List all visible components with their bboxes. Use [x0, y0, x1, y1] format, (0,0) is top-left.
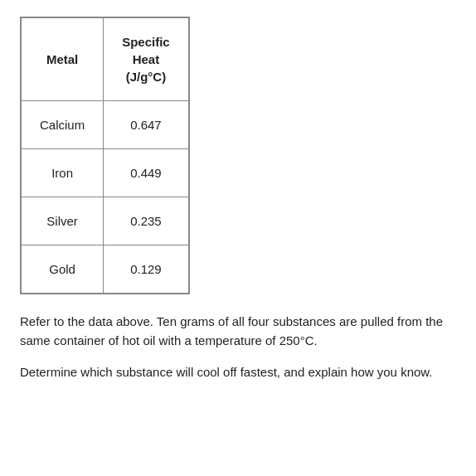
cell-heat: 0.129 — [104, 245, 189, 294]
table-wrapper: Metal Specific Heat (J/g°C) Calcium0.647… — [20, 17, 190, 294]
cell-metal: Calcium — [22, 101, 104, 149]
paragraph-2: Determine which substance will cool off … — [20, 362, 456, 381]
table-row: Iron0.449 — [22, 149, 189, 197]
header-metal: Metal — [22, 18, 104, 101]
cell-metal: Silver — [22, 197, 104, 245]
cell-heat: 0.647 — [104, 101, 189, 149]
paragraph-1: Refer to the data above. Ten grams of al… — [20, 312, 456, 351]
cell-metal: Iron — [22, 149, 104, 197]
header-specific-heat: Specific Heat (J/g°C) — [104, 18, 189, 101]
cell-metal: Gold — [22, 245, 104, 294]
specific-heat-table: Metal Specific Heat (J/g°C) Calcium0.647… — [21, 17, 189, 294]
table-row: Silver0.235 — [22, 197, 189, 245]
cell-heat: 0.235 — [104, 197, 189, 245]
cell-heat: 0.449 — [104, 149, 189, 197]
table-header-row: Metal Specific Heat (J/g°C) — [22, 18, 189, 101]
table-row: Calcium0.647 — [22, 101, 189, 149]
table-row: Gold0.129 — [22, 245, 189, 294]
